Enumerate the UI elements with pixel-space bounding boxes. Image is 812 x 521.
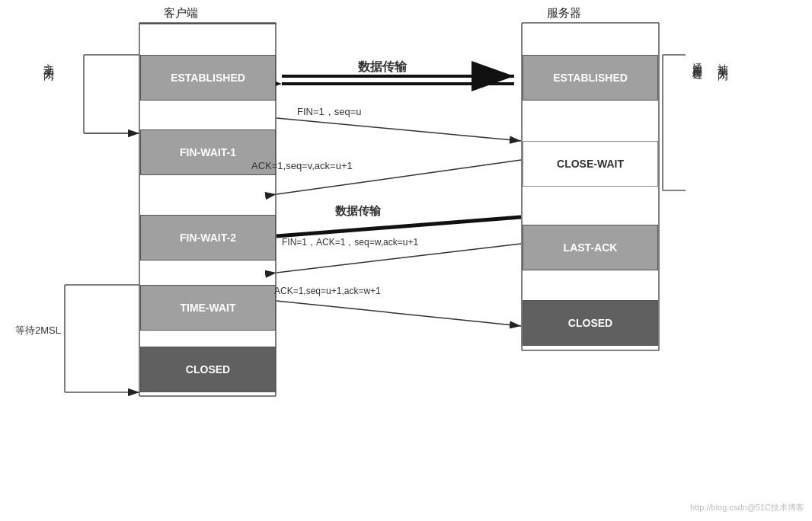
active-close-label: 主动关闭 [42,55,56,64]
ack1-label: ACK=1,seq=v,ack=u+1 [251,160,353,171]
svg-line-17 [277,217,521,236]
server-last-ack: LAST-ACK [523,225,658,270]
fin1-label: FIN=1，seq=u [297,105,362,119]
diagram-svg [0,0,812,521]
ack2-label: ACK=1,seq=u+1,ack=w+1 [274,286,381,296]
passive-close-label: 被动关闭 [716,55,730,64]
server-closed: CLOSED [523,300,658,346]
data-transfer-mid-label: 数据传输 [335,204,381,219]
client-established: ESTABLISHED [140,55,276,101]
watermark: http://blog.csdn@51C技术博客 [690,502,804,513]
client-header: 客户端 [164,6,198,21]
notify-app-label: 通知应用进程 [690,55,704,64]
diagram: 客户端 服务器 ESTABLISHED FIN-WAIT-1 FIN-WAIT-… [0,0,812,521]
data-transfer-top-label: 数据传输 [358,59,407,75]
fin2-label: FIN=1，ACK=1，seq=w,ack=u+1 [282,236,418,249]
wait-2msl-label: 等待2MSL [15,324,61,337]
svg-rect-4 [139,23,277,24]
server-established: ESTABLISHED [523,55,658,101]
client-closed: CLOSED [140,347,276,392]
svg-line-19 [277,301,521,326]
client-fin-wait-2: FIN-WAIT-2 [140,215,276,260]
server-close-wait: CLOSE-WAIT [523,141,658,187]
svg-line-15 [277,118,521,141]
server-header: 服务器 [547,6,581,21]
client-time-wait: TIME-WAIT [140,285,276,331]
